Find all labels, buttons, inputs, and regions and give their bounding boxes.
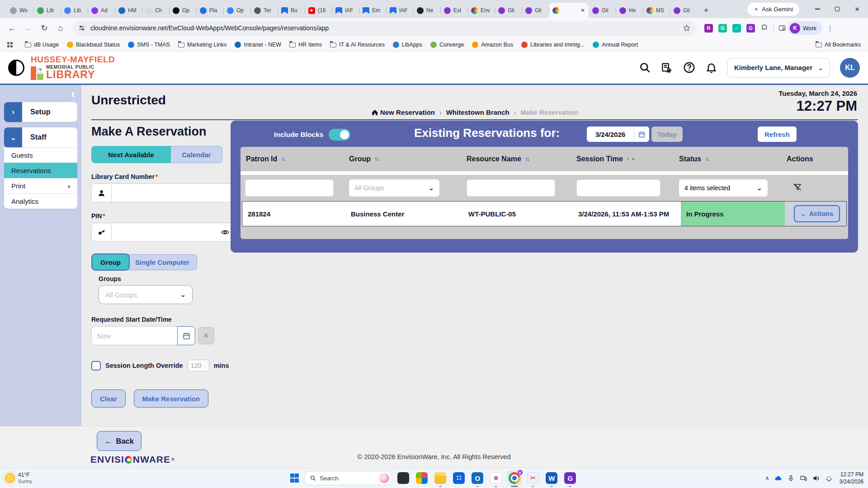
home-icon[interactable]: ⌂ (53, 21, 68, 35)
contrast-toggle-icon[interactable] (8, 60, 24, 76)
column-status[interactable]: Status↑↓ (679, 155, 783, 163)
taskbar-app-file-explorer[interactable] (433, 470, 448, 486)
taskbar-app-chrome[interactable]: K (507, 470, 522, 486)
browser-tab[interactable]: He (616, 3, 643, 18)
apps-grid-icon[interactable] (7, 42, 13, 47)
raindrop-extension[interactable]: R (704, 24, 713, 33)
window-maximize-button[interactable] (827, 1, 847, 17)
help-icon[interactable] (683, 61, 695, 74)
browser-tab[interactable]: Lib (33, 3, 61, 18)
column-resource-name[interactable]: Resource Name↑↓ (467, 155, 576, 163)
bookmark-item[interactable]: Libraries and Immig... (517, 40, 589, 49)
start-datetime-input[interactable] (97, 332, 172, 340)
taskbar-app-outlook[interactable]: O (470, 470, 485, 486)
bookmark-item[interactable]: Converge (426, 40, 468, 49)
url-text[interactable]: cloudnine.envisionware.net/EwCloud-WebAp… (90, 24, 678, 32)
breadcrumb-branch[interactable]: Whitestown Branch (446, 108, 509, 116)
browser-tab[interactable]: Op (223, 3, 250, 18)
browser-tab[interactable]: ✕ (549, 3, 589, 18)
reservation-guide-icon[interactable] (661, 61, 673, 74)
browser-tab[interactable]: Gli (495, 3, 522, 18)
bookmark-item[interactable]: Blackbaud Status (63, 40, 124, 49)
sort-ascending-icon[interactable]: ↑ (627, 156, 628, 162)
browser-tab[interactable]: Ext (440, 3, 467, 18)
taskbar-app-word[interactable]: W (544, 470, 559, 486)
back-button[interactable]: ← Back (97, 431, 142, 451)
browser-tab[interactable]: Ad (88, 3, 115, 18)
gemini-extension[interactable]: G (746, 24, 755, 33)
browser-tab[interactable]: Gli (670, 3, 697, 18)
refresh-button[interactable]: Refresh (758, 127, 797, 142)
sidebar-subitem[interactable]: Reservations (4, 163, 77, 178)
breadcrumb-home[interactable]: New Reservation (371, 108, 435, 116)
sort-icon[interactable]: ↑↓ (525, 156, 528, 162)
weather-widget[interactable]: 41°F Sunny (5, 472, 32, 484)
browser-tab[interactable]: Ch (142, 3, 169, 18)
address-bar[interactable]: cloudnine.envisionware.net/EwCloud-WebAp… (72, 21, 696, 36)
browser-tab[interactable]: Gli (589, 3, 616, 18)
session-override-checkbox[interactable] (91, 361, 101, 371)
bookmark-item[interactable]: Amazon Bus (468, 40, 517, 49)
reload-icon[interactable]: ↻ (37, 21, 52, 35)
taskbar-app-snipping-tool[interactable]: ✂ (525, 470, 541, 486)
browser-tab[interactable]: MS (643, 3, 670, 18)
browser-tab[interactable]: IAF (386, 3, 413, 18)
taskbar-app-slack[interactable]: ⌗ (488, 470, 504, 486)
browser-tab[interactable]: Ter (250, 3, 278, 18)
taskbar-app-store[interactable]: ∷ (451, 470, 467, 486)
library-logo[interactable]: HUSSEY-MAYFIELD MEMORIAL PUBLIC LIBRARY (31, 55, 115, 80)
reservation-row[interactable]: 281824 Business Center WT-PUBLIC-05 3/24… (242, 201, 847, 226)
forward-icon[interactable]: → (21, 21, 35, 35)
windows-start-icon[interactable] (290, 474, 299, 483)
clear-button[interactable]: Clear (91, 389, 126, 408)
side-panel-icon[interactable] (778, 24, 786, 32)
bookmark-item[interactable]: SMS - TMAS (124, 40, 174, 49)
sidebar-subitem[interactable]: Print › (4, 178, 77, 193)
include-blocks-toggle[interactable] (329, 129, 350, 141)
browser-tab[interactable]: (16 (305, 3, 332, 18)
browser-tab[interactable]: Wo (6, 3, 33, 18)
bookmark-item[interactable]: Intranet - NEW (231, 40, 285, 49)
tray-expand-icon[interactable]: ∧ (765, 475, 769, 481)
browser-tab[interactable]: Bu (278, 3, 305, 18)
taskbar-app-onenote[interactable] (396, 470, 411, 486)
sort-icon[interactable]: ↑↓ (281, 156, 284, 162)
taskbar-app-microsoft-365[interactable] (414, 470, 429, 486)
browser-tab[interactable]: HM (115, 3, 142, 18)
browser-tab[interactable]: Pla (196, 3, 223, 18)
network-icon[interactable] (825, 474, 833, 482)
taskbar-clock[interactable]: 12:27 PM 3/24/2026 (840, 471, 863, 485)
today-button[interactable]: Today (651, 127, 683, 142)
sort-icon[interactable]: ↑↓ (374, 156, 378, 162)
user-menu[interactable]: Kimberly Lane, Manager ⌄ (727, 58, 830, 78)
pin-input[interactable] (112, 223, 216, 241)
patron-id-filter-input[interactable] (245, 179, 334, 197)
profile-chip[interactable]: K Work (788, 21, 822, 35)
speaker-icon[interactable] (812, 474, 820, 482)
all-bookmarks-button[interactable]: All Bookmarks (816, 42, 861, 48)
new-tab-button[interactable]: + (700, 4, 712, 17)
browser-tab[interactable]: IAF (332, 3, 359, 18)
column-group[interactable]: Group↑↓ (349, 155, 467, 163)
calendar-picker-button[interactable] (634, 127, 649, 142)
column-patron-id[interactable]: Patron Id↑↓ (241, 155, 349, 163)
window-minimize-button[interactable] (807, 1, 827, 17)
browser-tab[interactable]: Ne (413, 3, 440, 18)
browser-tab[interactable]: Lib (61, 3, 88, 18)
bookmark-item[interactable]: HR Items (285, 40, 326, 49)
status-filter-dropdown[interactable]: 4 items selected⌄ (679, 179, 768, 197)
group-tab[interactable]: Group (91, 253, 130, 271)
bookmark-star-icon[interactable] (683, 24, 691, 32)
groups-dropdown[interactable]: All Groups ⌄ (99, 285, 193, 304)
sidebar-item-staff[interactable]: ⌄ Staff (4, 127, 77, 147)
browser-menu-icon[interactable]: ⋮ (826, 24, 834, 33)
cast-device-icon[interactable] (800, 474, 807, 482)
browser-tab[interactable]: Em (359, 3, 386, 18)
microphone-icon[interactable] (787, 474, 795, 482)
calendar-picker-button[interactable] (177, 326, 195, 345)
ask-gemini-button[interactable]: ✦ Ask Gemini (747, 3, 799, 16)
site-settings-icon[interactable] (78, 24, 86, 32)
sidebar-collapse-icon[interactable]: ‹ (71, 88, 75, 100)
window-close-button[interactable]: ✕ (847, 1, 867, 17)
onedrive-cloud-icon[interactable] (774, 474, 782, 482)
